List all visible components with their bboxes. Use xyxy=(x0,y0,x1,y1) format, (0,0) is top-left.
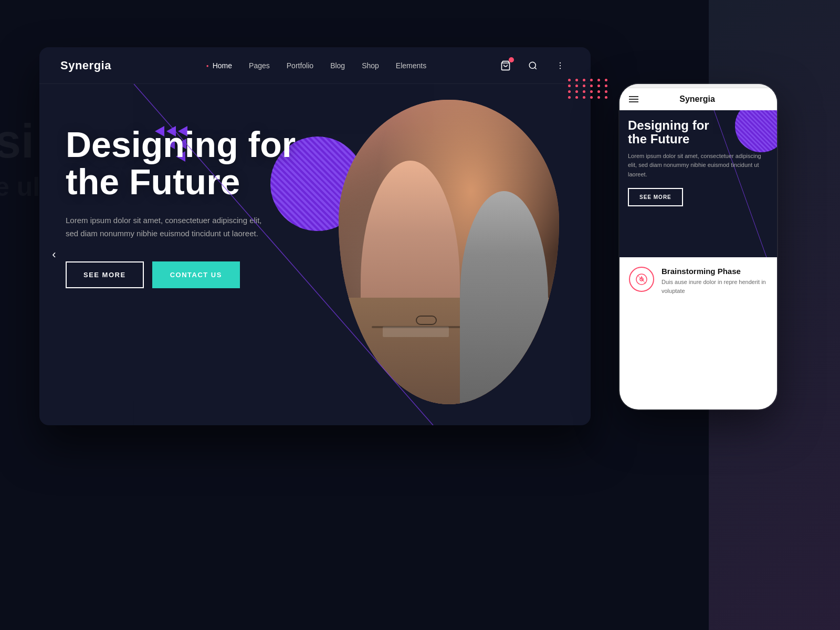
mobile-card: Brainstorming Phase Duis ause inure dolo… xyxy=(620,257,777,304)
mobile-hero-title: Designing for the Future xyxy=(628,119,769,146)
pink-dots-decoration xyxy=(568,79,609,99)
bg-text-left: si e ul xyxy=(0,116,40,202)
hero-section: Designing for the Future Lorem ipsum dol… xyxy=(39,84,591,425)
search-icon-btn[interactable] xyxy=(523,56,542,75)
mobile-card-text: Duis ause inure dolor in repre henderit … xyxy=(662,278,768,295)
nav-item-blog[interactable]: Blog xyxy=(330,61,345,70)
logo: Synergia xyxy=(60,59,111,72)
hero-title: Designing for the Future xyxy=(66,126,296,201)
mobile-card-icon xyxy=(629,267,654,292)
nav-item-elements[interactable]: Elements xyxy=(396,61,426,70)
mobile-mockup: Synergia Designing for the Future Lorem … xyxy=(620,84,777,410)
nav-item-shop[interactable]: Shop xyxy=(362,61,379,70)
mobile-navbar: Synergia xyxy=(620,88,777,110)
mobile-logo: Synergia xyxy=(679,94,715,104)
mobile-hamburger-icon[interactable] xyxy=(629,96,638,102)
see-more-button[interactable]: SEE MORE xyxy=(66,261,144,288)
hero-image xyxy=(339,100,559,404)
cart-badge xyxy=(509,57,514,62)
browser-mockup: Synergia Home Pages Portfolio Blog Shop … xyxy=(39,47,591,425)
prev-arrow[interactable]: ‹ xyxy=(45,245,64,264)
navbar: Synergia Home Pages Portfolio Blog Shop … xyxy=(39,47,591,84)
mobile-hero-section: Designing for the Future Lorem ipsum dol… xyxy=(620,110,777,257)
mobile-see-more-button[interactable]: SEE MORE xyxy=(628,188,683,206)
svg-point-1 xyxy=(529,62,536,68)
mobile-card-title: Brainstorming Phase xyxy=(662,267,768,276)
more-icon-btn[interactable] xyxy=(551,56,570,75)
hero-content: Designing for the Future Lorem ipsum dol… xyxy=(66,126,296,288)
hero-buttons: SEE MORE CONTACT US xyxy=(66,261,296,288)
hero-subtitle: Lorem ipsum dolor sit amet, consectetuer… xyxy=(66,214,276,240)
svg-point-3 xyxy=(560,65,561,66)
nav-item-pages[interactable]: Pages xyxy=(249,61,270,70)
cart-icon-btn[interactable] xyxy=(496,56,515,75)
nav-item-home[interactable]: Home xyxy=(213,61,232,70)
contact-us-button[interactable]: CONTACT US xyxy=(152,261,240,288)
nav-menu: Home Pages Portfolio Blog Shop Elements xyxy=(143,61,496,70)
nav-item-portfolio[interactable]: Portfolio xyxy=(287,61,313,70)
mobile-status-bar xyxy=(620,84,777,88)
svg-point-2 xyxy=(560,62,561,63)
svg-point-4 xyxy=(560,68,561,69)
nav-icons xyxy=(496,56,570,75)
mobile-hero-subtitle: Lorem ipsum dolor sit amet, consectetuer… xyxy=(628,152,769,180)
